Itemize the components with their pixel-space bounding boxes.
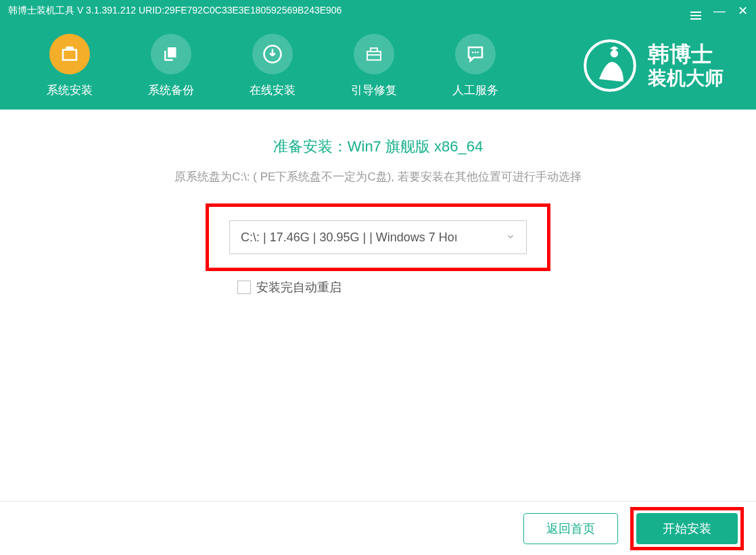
close-button[interactable]: ✕ bbox=[738, 5, 748, 17]
prepare-label: 准备安装： bbox=[273, 138, 348, 155]
nav-system-install[interactable]: 系统安装 bbox=[19, 34, 120, 98]
brand-name: 韩博士 bbox=[648, 41, 724, 67]
box-icon bbox=[49, 34, 90, 74]
nav-label: 系统安装 bbox=[47, 82, 93, 98]
drive-select-value: C:\: | 17.46G | 30.95G | | Windows 7 Hoı bbox=[241, 231, 506, 245]
copy-icon bbox=[151, 34, 191, 74]
brand-subtitle: 装机大师 bbox=[648, 67, 724, 90]
drive-select[interactable]: C:\: | 17.46G | 30.95G | | Windows 7 Hoı bbox=[229, 220, 527, 254]
minimize-button[interactable]: — bbox=[713, 5, 726, 17]
svg-point-1 bbox=[472, 51, 474, 53]
back-home-button[interactable]: 返回首页 bbox=[523, 513, 618, 544]
nav-boot-repair[interactable]: 引导修复 bbox=[323, 34, 425, 98]
nav-label: 系统备份 bbox=[148, 82, 194, 98]
start-install-label: 开始安装 bbox=[663, 521, 711, 537]
download-icon bbox=[252, 34, 293, 74]
nav-label: 引导修复 bbox=[351, 82, 397, 98]
nav-online-install[interactable]: 在线安装 bbox=[222, 34, 323, 98]
brand-logo-area: 韩博士 装机大师 bbox=[583, 39, 737, 93]
menu-icon[interactable] bbox=[690, 3, 701, 20]
auto-restart-label: 安装完自动重启 bbox=[256, 279, 341, 295]
nav-label: 人工服务 bbox=[452, 82, 498, 98]
svg-point-2 bbox=[475, 51, 477, 53]
chevron-down-icon bbox=[506, 232, 515, 243]
nav-label: 在线安装 bbox=[250, 82, 296, 98]
chat-icon bbox=[455, 34, 496, 74]
svg-point-5 bbox=[611, 50, 618, 57]
install-hint: 原系统盘为C:\: ( PE下系统盘不一定为C盘), 若要安装在其他位置可进行手… bbox=[0, 169, 756, 185]
drive-select-highlight: C:\: | 17.46G | 30.95G | | Windows 7 Hoı bbox=[206, 203, 550, 271]
nav-system-backup[interactable]: 系统备份 bbox=[120, 34, 222, 98]
window-title: 韩博士装机工具 V 3.1.391.212 URID:29FE792C0C33E… bbox=[8, 5, 690, 17]
start-install-button[interactable]: 开始安装 bbox=[636, 513, 738, 544]
auto-restart-checkbox[interactable] bbox=[237, 281, 251, 294]
prepare-target: Win7 旗舰版 x86_64 bbox=[348, 138, 483, 155]
toolbox-icon bbox=[354, 34, 394, 74]
logo-icon bbox=[583, 39, 637, 93]
prepare-install-title: 准备安装：Win7 旗舰版 x86_64 bbox=[0, 137, 756, 157]
svg-point-3 bbox=[477, 51, 479, 53]
nav-manual-service[interactable]: 人工服务 bbox=[425, 34, 526, 98]
back-home-label: 返回首页 bbox=[546, 521, 595, 537]
start-install-highlight: 开始安装 bbox=[630, 507, 744, 550]
